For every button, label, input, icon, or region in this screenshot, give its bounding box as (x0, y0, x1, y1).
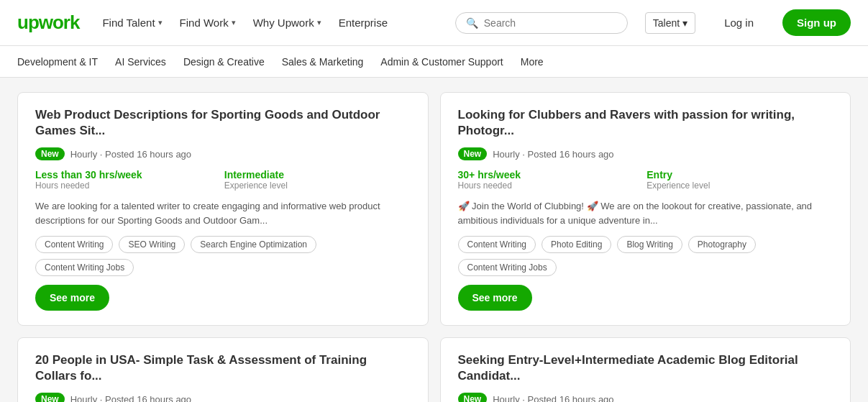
stat-hours-label-1: Hours needed (35, 181, 221, 191)
find-work-chevron-icon: ▾ (232, 18, 236, 27)
job-stats-1: Less than 30 hrs/week Hours needed Inter… (35, 169, 411, 191)
find-work-nav[interactable]: Find Work ▾ (180, 17, 236, 29)
job-meta-2: New Hourly · Posted 16 hours ago (458, 147, 833, 160)
stat-exp-label-2: Experience level (647, 181, 833, 191)
subnav-ai[interactable]: AI Services (115, 47, 166, 76)
tag-seo[interactable]: Search Engine Optimization (191, 236, 316, 253)
find-talent-nav[interactable]: Find Talent ▾ (102, 17, 162, 29)
job-meta-text-1: Hourly · Posted 16 hours ago (70, 149, 191, 160)
tag-content-writing-2[interactable]: Content Writing (458, 236, 536, 253)
job-title-1: Web Product Descriptions for Sporting Go… (35, 107, 411, 139)
badge-new-3: New (35, 393, 65, 402)
why-upwork-nav[interactable]: Why Upwork ▾ (253, 17, 321, 29)
sub-navigation: Development & IT AI Services Design & Cr… (0, 46, 868, 78)
job-title-4: Seeking Entry-Level+Intermediate Academi… (458, 352, 833, 384)
talent-dropdown[interactable]: Talent ▾ (645, 12, 695, 34)
job-desc-2: 🚀 Join the World of Clubbing! 🚀 We are o… (458, 199, 833, 227)
subnav-admin[interactable]: Admin & Customer Support (380, 47, 503, 76)
job-tags-1: Content Writing SEO Writing Search Engin… (35, 236, 411, 276)
job-desc-1: We are looking for a talented writer to … (35, 199, 411, 227)
subnav-sales[interactable]: Sales & Marketing (282, 47, 364, 76)
search-bar[interactable]: 🔍 (455, 12, 628, 34)
job-tags-2: Content Writing Photo Editing Blog Writi… (458, 236, 833, 276)
tag-blog-writing[interactable]: Blog Writing (617, 236, 682, 253)
stat-hours-value-2: 30+ hrs/week (458, 169, 644, 181)
tag-seo-writing[interactable]: SEO Writing (119, 236, 185, 253)
see-more-button-1[interactable]: See more (35, 285, 109, 311)
job-card-1: Web Product Descriptions for Sporting Go… (17, 92, 429, 326)
subnav-more[interactable]: More (521, 47, 544, 76)
see-more-button-2[interactable]: See more (458, 285, 532, 311)
job-meta-4: New Hourly · Posted 16 hours ago (458, 393, 833, 402)
search-input[interactable] (484, 17, 617, 29)
tag-content-writing-1[interactable]: Content Writing (35, 236, 113, 253)
why-upwork-chevron-icon: ▾ (317, 18, 321, 27)
stat-exp-value-1: Intermediate (224, 169, 411, 181)
job-stats-2: 30+ hrs/week Hours needed Entry Experien… (458, 169, 833, 191)
subnav-design[interactable]: Design & Creative (183, 47, 265, 76)
upwork-logo[interactable]: upwork (17, 12, 79, 34)
stat-hours-value-1: Less than 30 hrs/week (35, 169, 221, 181)
job-title-3: 20 People in USA- Simple Task & Assessme… (35, 352, 411, 384)
tag-photo-editing[interactable]: Photo Editing (542, 236, 611, 253)
badge-new-1: New (35, 147, 65, 160)
job-card-4: Seeking Entry-Level+Intermediate Academi… (440, 337, 851, 402)
job-meta-text-4: Hourly · Posted 16 hours ago (493, 394, 613, 402)
badge-new-4: New (458, 393, 488, 402)
job-meta-1: New Hourly · Posted 16 hours ago (35, 147, 411, 160)
job-meta-text-3: Hourly · Posted 16 hours ago (70, 394, 191, 402)
badge-new-2: New (458, 147, 488, 160)
talent-chevron-icon: ▾ (682, 17, 687, 29)
job-card-2: Looking for Clubbers and Ravers with pas… (440, 92, 851, 326)
find-talent-chevron-icon: ▾ (158, 18, 163, 27)
job-meta-3: New Hourly · Posted 16 hours ago (35, 393, 411, 402)
stat-exp-label-1: Experience level (224, 181, 411, 191)
stat-hours-label-2: Hours needed (458, 181, 644, 191)
stat-exp-value-2: Entry (647, 169, 833, 181)
tag-content-jobs-1[interactable]: Content Writing Jobs (35, 259, 134, 276)
search-icon: 🔍 (466, 17, 478, 29)
jobs-grid: Web Product Descriptions for Sporting Go… (0, 78, 868, 402)
job-card-3: 20 People in USA- Simple Task & Assessme… (17, 337, 429, 402)
subnav-development[interactable]: Development & IT (17, 47, 98, 76)
signup-button[interactable]: Sign up (782, 9, 851, 36)
job-title-2: Looking for Clubbers and Ravers with pas… (458, 107, 833, 139)
job-meta-text-2: Hourly · Posted 16 hours ago (493, 149, 613, 160)
tag-content-jobs-2[interactable]: Content Writing Jobs (458, 259, 557, 276)
enterprise-nav[interactable]: Enterprise (339, 17, 388, 29)
login-button[interactable]: Log in (713, 11, 765, 35)
tag-photography[interactable]: Photography (688, 236, 756, 253)
